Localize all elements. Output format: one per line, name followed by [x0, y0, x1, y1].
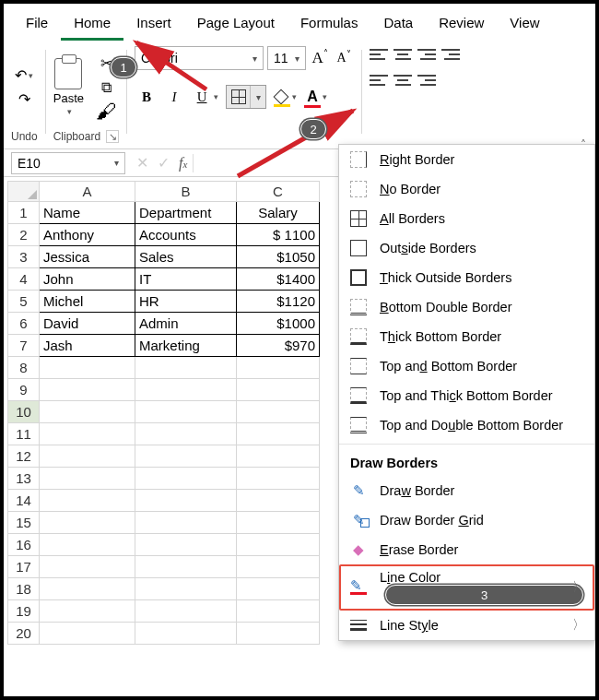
align-right-button[interactable] — [417, 72, 436, 89]
cell-A14[interactable] — [40, 490, 135, 512]
row-header-3[interactable]: 3 — [8, 246, 40, 268]
cell-C14[interactable] — [237, 490, 320, 512]
row-header-1[interactable]: 1 — [8, 202, 40, 224]
menu-item-linecolor[interactable]: ✎ Line Color3〉 — [339, 564, 594, 611]
row-header-20[interactable]: 20 — [8, 623, 40, 645]
cell-A11[interactable] — [40, 423, 135, 445]
align-top-button[interactable] — [370, 46, 388, 63]
cell-A2[interactable]: Anthony — [40, 224, 135, 246]
align-middle-button[interactable] — [393, 46, 412, 63]
row-header-2[interactable]: 2 — [8, 224, 40, 246]
cell-C2[interactable]: $ 1100 — [237, 224, 320, 246]
row-header-4[interactable]: 4 — [8, 268, 40, 291]
menu-item-none[interactable]: No Border — [339, 174, 594, 204]
copy-button[interactable]: ⧉ — [93, 77, 119, 98]
menu-item-botdbl[interactable]: Bottom Double Border — [339, 292, 594, 322]
borders-dropdown[interactable]: ▾ — [251, 92, 265, 102]
col-header-B[interactable]: B — [135, 182, 237, 202]
row-header-5[interactable]: 5 — [8, 291, 40, 313]
cell-B19[interactable] — [135, 600, 237, 623]
cell-C15[interactable] — [237, 512, 320, 534]
cell-B13[interactable] — [135, 468, 237, 490]
cell-B15[interactable] — [135, 512, 237, 534]
cell-C16[interactable] — [237, 534, 320, 556]
cell-A6[interactable]: David — [40, 313, 135, 335]
tab-formulas[interactable]: Formulas — [288, 9, 371, 41]
cell-C18[interactable] — [237, 578, 320, 600]
menu-item-linestyle[interactable]: Line Style〉 — [339, 611, 594, 640]
tab-file[interactable]: File — [13, 9, 61, 41]
cell-A1[interactable]: Name — [40, 202, 135, 224]
row-header-11[interactable]: 11 — [8, 423, 40, 445]
decrease-font-button[interactable]: A˅ — [334, 48, 354, 68]
menu-item-topbotthk[interactable]: Top and Thick Bottom Border — [339, 381, 594, 410]
cell-A12[interactable] — [40, 445, 135, 468]
row-header-19[interactable]: 19 — [8, 600, 40, 623]
cell-B1[interactable]: Department — [135, 202, 237, 224]
cell-C10[interactable] — [237, 401, 320, 423]
cell-B14[interactable] — [135, 490, 237, 512]
cell-C7[interactable]: $970 — [237, 335, 320, 357]
cell-C1[interactable]: Salary — [237, 202, 320, 224]
cell-A16[interactable] — [40, 534, 135, 556]
cell-B18[interactable] — [135, 578, 237, 600]
cell-B20[interactable] — [135, 623, 237, 645]
font-size-select[interactable]: 11▾ — [267, 46, 306, 70]
increase-font-button[interactable]: A˄ — [310, 48, 330, 68]
cell-C6[interactable]: $1000 — [237, 313, 320, 335]
cell-C4[interactable]: $1400 — [237, 268, 320, 291]
row-header-16[interactable]: 16 — [8, 534, 40, 556]
cell-A8[interactable] — [40, 357, 135, 379]
cell-B4[interactable]: IT — [135, 268, 237, 291]
cell-A4[interactable]: John — [40, 268, 135, 291]
menu-item-right[interactable]: Right Border — [339, 145, 594, 174]
cell-A13[interactable] — [40, 468, 135, 490]
fx-cancel-icon[interactable]: ✕ — [136, 154, 148, 172]
format-painter-button[interactable]: 🖌 — [93, 101, 119, 122]
cell-A19[interactable] — [40, 600, 135, 623]
menu-item-outside[interactable]: Outside Borders — [339, 233, 594, 263]
cell-A10[interactable] — [40, 401, 135, 423]
borders-button[interactable]: ▾ — [226, 85, 266, 109]
row-header-18[interactable]: 18 — [8, 578, 40, 600]
clipboard-launcher[interactable]: ↘ — [106, 130, 119, 143]
row-header-14[interactable]: 14 — [8, 490, 40, 512]
cell-C5[interactable]: $1120 — [237, 291, 320, 313]
menu-item-topbotdbl[interactable]: Top and Double Bottom Border — [339, 410, 594, 440]
cell-C3[interactable]: $1050 — [237, 246, 320, 268]
cell-A3[interactable]: Jessica — [40, 246, 135, 268]
tab-view[interactable]: View — [497, 9, 552, 41]
cell-C8[interactable] — [237, 357, 320, 379]
menu-item-pencilgrid[interactable]: ✎ Draw Border Grid — [339, 505, 594, 535]
tab-data[interactable]: Data — [370, 9, 426, 41]
row-header-6[interactable]: 6 — [8, 313, 40, 335]
name-box[interactable]: E10▾ — [11, 152, 125, 174]
cell-B3[interactable]: Sales — [135, 246, 237, 268]
tab-review[interactable]: Review — [426, 9, 497, 41]
menu-item-all[interactable]: All Borders — [339, 204, 594, 233]
cell-B2[interactable]: Accounts — [135, 224, 237, 246]
cell-C19[interactable] — [237, 600, 320, 623]
col-header-A[interactable]: A — [40, 182, 135, 202]
cell-B11[interactable] — [135, 423, 237, 445]
cell-B6[interactable]: Admin — [135, 313, 237, 335]
redo-button[interactable]: ↷ — [11, 89, 37, 110]
cell-C20[interactable] — [237, 623, 320, 645]
paste-button[interactable]: Paste ▾ — [53, 58, 84, 116]
menu-item-botthk[interactable]: Thick Bottom Border — [339, 322, 594, 351]
row-header-13[interactable]: 13 — [8, 468, 40, 490]
tab-home[interactable]: Home — [61, 9, 123, 41]
cell-B17[interactable] — [135, 556, 237, 578]
cell-A9[interactable] — [40, 379, 135, 401]
menu-item-eraser[interactable]: ◆ Erase Border — [339, 535, 594, 564]
menu-item-thick[interactable]: Thick Outside Borders — [339, 263, 594, 292]
row-header-8[interactable]: 8 — [8, 357, 40, 379]
row-header-10[interactable]: 10 — [8, 401, 40, 423]
cell-B9[interactable] — [135, 379, 237, 401]
align-left-button[interactable] — [370, 72, 388, 89]
row-header-9[interactable]: 9 — [8, 379, 40, 401]
fill-color-button[interactable]: ▾ — [274, 89, 297, 104]
cell-B16[interactable] — [135, 534, 237, 556]
row-header-15[interactable]: 15 — [8, 512, 40, 534]
cell-B8[interactable] — [135, 357, 237, 379]
